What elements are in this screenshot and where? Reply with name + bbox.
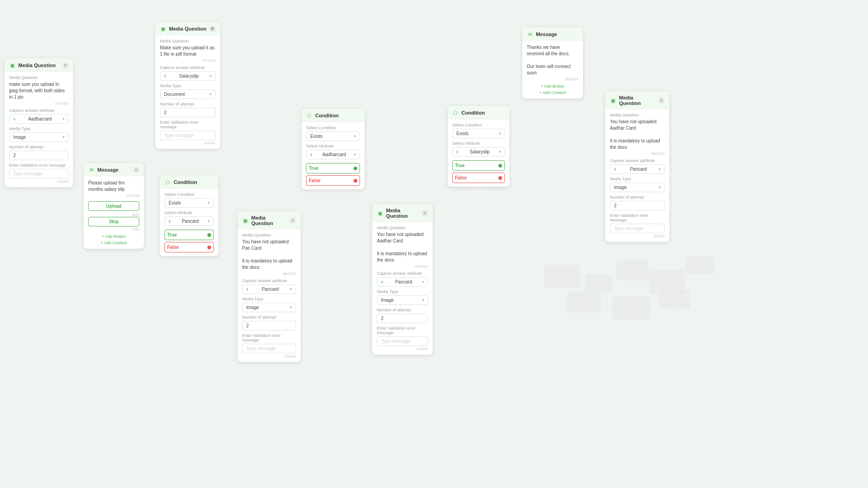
true-btn-3[interactable]: True — [452, 160, 505, 171]
capture-label-3: Capture answer attribute — [242, 278, 296, 283]
media-type-select-2[interactable]: Document ▾ — [160, 89, 216, 99]
ghost-5 — [685, 256, 715, 274]
node-title-1: Media Question — [18, 63, 59, 68]
true-btn-1[interactable]: True — [164, 230, 214, 240]
body-label-5: Media Question — [610, 113, 665, 117]
validation-count-3: 0/1024 — [242, 354, 296, 358]
capture-label-5: Capture answer attribute — [610, 158, 665, 163]
add-button-link-1[interactable]: + Add Button — [88, 234, 139, 239]
validation-input-2[interactable]: Type message — [160, 131, 216, 140]
char-count-5: 88/1024 — [610, 152, 665, 156]
workflow-canvas: ▣ Media Question × Media Question make s… — [0, 0, 868, 488]
media-question-icon-2: ▣ — [160, 26, 166, 32]
ghost-7 — [612, 297, 651, 320]
node-close-4[interactable]: × — [422, 210, 428, 216]
media-question-icon-3: ▣ — [242, 217, 249, 224]
node-close-1[interactable]: × — [62, 62, 69, 68]
validation-input-3[interactable]: Type message — [242, 344, 296, 353]
validation-label-1: Enter Validation error message — [9, 163, 69, 168]
select-attr-2[interactable]: ¢ Aadharcard ▾ — [306, 150, 360, 159]
select-cond-2[interactable]: Exists ▾ — [306, 131, 360, 141]
message-text-1: Please upload 6m months salary slip — [88, 180, 139, 193]
body-text-3: You have not uploaded Pan CardIt is mand… — [242, 239, 296, 271]
validation-label-5: Enter Validation error message — [610, 213, 665, 222]
message-char-2: 65/1024 — [527, 77, 578, 81]
message-icon-1: ✉ — [88, 167, 95, 173]
media-type-label-1: Media Type — [9, 126, 69, 131]
media-type-select-1[interactable]: Image ▾ — [9, 132, 69, 142]
attempts-label-4: Number of attempt — [377, 308, 428, 312]
node-close-2[interactable]: ⚙ — [209, 26, 216, 32]
node-close-3[interactable]: × — [290, 217, 296, 224]
false-btn-3[interactable]: False — [452, 173, 505, 183]
char-count-1: 81/1024 — [9, 101, 69, 105]
validation-count-4: 0/1024 — [377, 347, 428, 351]
node-title-3: Media Question — [251, 215, 287, 226]
message-close-1[interactable]: × — [133, 167, 139, 173]
message-icon-2: ✉ — [527, 31, 533, 37]
select-attr-3[interactable]: ¢ Salaryslip ▾ — [452, 147, 505, 157]
validation-input-1[interactable]: Type message — [9, 169, 69, 178]
capture-select-1[interactable]: ¢ Aadharcard ▾ — [9, 114, 69, 124]
attempts-input-4[interactable]: 2 — [377, 314, 428, 323]
add-content-link-1[interactable]: + Add Content — [88, 241, 139, 245]
validation-input-4[interactable]: Type message — [377, 336, 428, 346]
body-text-4: You have not uploaded Aadhar CardIt is m… — [377, 231, 428, 263]
select-attr-1[interactable]: ¢ Pancard ▾ — [164, 216, 214, 226]
capture-select-4[interactable]: ¢ Pancard ▾ — [377, 277, 428, 287]
select-attr-label-2: Select Attribute — [306, 144, 360, 148]
upload-btn-1[interactable]: Upload — [88, 201, 139, 211]
attempts-label-2: Number of attempt — [160, 102, 216, 106]
media-type-label-4: Media Type — [377, 289, 428, 294]
node-media-question-4: ▣ Media Question × Media Question You ha… — [372, 204, 433, 355]
media-type-select-5[interactable]: Image ▾ — [610, 183, 665, 192]
capture-select-2[interactable]: ¢ Salaryslip ▾ — [160, 71, 216, 81]
media-question-icon-4: ▣ — [377, 210, 383, 216]
body-label-2: Media Question — [160, 39, 216, 43]
media-question-icon-1: ▣ — [9, 62, 16, 68]
skip-btn-1[interactable]: Skip — [88, 217, 139, 226]
condition-title-1: Condition — [174, 179, 214, 185]
media-type-select-3[interactable]: Image ▾ — [242, 303, 296, 312]
capture-select-5[interactable]: ¢ Pancard ▾ — [610, 164, 665, 174]
media-type-label-3: Media Type — [242, 297, 296, 301]
body-text-5: You have not uploaded Aadhar CardIt is m… — [610, 119, 665, 151]
attempts-label-5: Number of attempt — [610, 195, 665, 199]
body-text-1: make sure you upload in jpeg format, wit… — [9, 81, 69, 100]
capture-label-1: Capture answer attribute — [9, 108, 69, 113]
char-count-3: 88/1024 — [242, 272, 296, 276]
select-cond-3[interactable]: Exists ▾ — [452, 129, 505, 138]
message-char-1: 35/1024 — [88, 194, 139, 198]
validation-count-1: 0/1024 — [9, 179, 69, 184]
node-title-4: Media Question — [386, 208, 419, 219]
condition-icon-2: ⬡ — [306, 112, 312, 119]
node-title-5: Media Question — [619, 95, 656, 106]
select-cond-1[interactable]: Exists ▾ — [164, 198, 214, 208]
media-type-label-5: Media Type — [610, 177, 665, 181]
validation-count-5: 0/1024 — [610, 234, 665, 238]
validation-input-5[interactable]: Type message — [610, 224, 665, 233]
message-title-1: Message — [97, 167, 130, 173]
body-label-1: Media Question — [9, 75, 69, 80]
attempts-input-1[interactable]: 2 — [9, 151, 69, 160]
add-content-link-2[interactable]: + Add Content — [527, 90, 578, 95]
attempts-input-3[interactable]: 2 — [242, 321, 296, 331]
ghost-8 — [658, 290, 690, 309]
select-attr-label-3: Select Attribute — [452, 141, 505, 146]
false-btn-2[interactable]: False — [306, 175, 360, 186]
node-media-question-5: ▣ Media Question × Media Question You ha… — [605, 91, 669, 242]
char-count-2: 47/1024 — [160, 58, 216, 63]
body-text-2: Make sure you upload it as 1 file in pdf… — [160, 45, 216, 58]
add-button-link-2[interactable]: + Add Button — [527, 84, 578, 89]
attempts-label-3: Number of attempt — [242, 315, 296, 320]
false-btn-1[interactable]: False — [164, 242, 214, 252]
attempts-input-2[interactable]: 2 — [160, 108, 216, 117]
true-btn-2[interactable]: True — [306, 163, 360, 173]
node-close-5[interactable]: × — [658, 97, 665, 104]
capture-select-3[interactable]: ¢ Pancard ▾ — [242, 284, 296, 294]
attempts-label-1: Number of attempt — [9, 145, 69, 149]
attempts-input-5[interactable]: 2 — [610, 201, 665, 210]
node-media-question-3: ▣ Media Question × Media Question You ha… — [238, 211, 301, 362]
ghost-2 — [585, 274, 612, 292]
media-type-select-4[interactable]: Image ▾ — [377, 295, 428, 305]
